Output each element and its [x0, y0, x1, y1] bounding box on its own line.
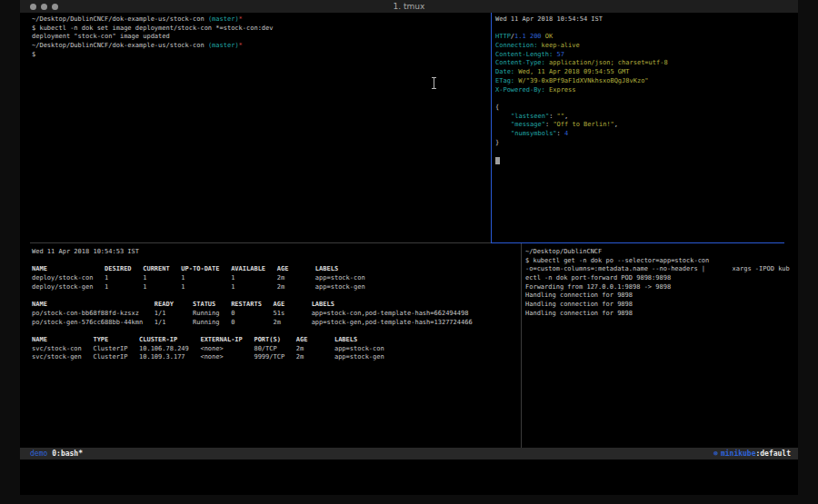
http-header-line: ETag: W/"39-0xBPf9aF1dXVNkhsxoBQgJ8vKzo"	[495, 77, 784, 86]
json-open-brace: {	[495, 104, 784, 113]
zoom-button[interactable]	[52, 4, 58, 10]
pods-table-header: NAME READY STATUS RESTARTS AGE LABELS	[32, 301, 519, 310]
shell-prompt-line: ~/Desktop/DublinCNCF/dok-example-us/stoc…	[32, 15, 490, 25]
window-title: 1. tmux	[20, 0, 798, 13]
mouse-cursor-ibeam	[431, 77, 437, 89]
json-field-line: "numsymbols": 4	[495, 130, 784, 139]
pane-bottom-left-kubectl-watch[interactable]: Wed 11 Apr 2018 10:54:53 IST NAME DESIRE…	[32, 248, 519, 362]
shell-prompt-line: ~/Desktop/DublinCNCF	[525, 248, 789, 257]
timestamp-line: Wed 11 Apr 2018 10:54:54 IST	[495, 15, 784, 25]
shell-output-line: Handling connection for 9898	[525, 310, 789, 319]
tmux-session-name: demo	[30, 450, 47, 458]
shell-command-line: $ kubectl get -n dok po --selector=app=s…	[525, 257, 789, 266]
git-branch: (master)	[208, 15, 239, 23]
table-row: po/stock-con-bb68f88fd-kzsxz 1/1 Running…	[32, 310, 519, 319]
kube-namespace: :default	[755, 450, 791, 458]
git-branch: (master)	[208, 42, 239, 49]
git-dirty-flag: *	[239, 42, 243, 49]
pane-top-left-shell[interactable]: ~/Desktop/DublinCNCF/dok-example-us/stoc…	[32, 15, 490, 59]
terminal-window: 1. tmux ~/Desktop/DublinCNCF/dok-example…	[20, 0, 798, 495]
json-field-line: "message": "Off to Berlin!",	[495, 121, 784, 130]
shell-command-line: ectl -n dok port-forward POD 9898:9898	[525, 274, 789, 283]
shell-output-line: Handling connection for 9898	[525, 292, 789, 301]
timestamp-line: Wed 11 Apr 2018 10:54:53 IST	[32, 248, 519, 257]
pane-border-horizontal-right-active[interactable]	[491, 242, 784, 243]
terminal-content: ~/Desktop/DublinCNCF/dok-example-us/stoc…	[20, 13, 798, 448]
table-row: svc/stock-con ClusterIP 10.106.78.249 <n…	[32, 345, 519, 354]
tmux-status-bar: demo 0:bash* ⊛ minikube :default	[20, 448, 798, 460]
json-field-line: "lastseen": "",	[495, 113, 784, 122]
terminal-cursor	[495, 157, 500, 164]
pane-border-vertical-top-active[interactable]	[491, 13, 492, 242]
window-titlebar: 1. tmux	[20, 0, 798, 13]
shell-output-line: Handling connection for 9898	[525, 301, 789, 310]
tmux-window-tab[interactable]: 0:bash*	[52, 450, 83, 458]
json-close-brace: }	[495, 139, 784, 148]
http-header-line: Content-Length: 57	[495, 51, 784, 60]
status-bar-right: ⊛ minikube :default	[713, 450, 791, 458]
kubernetes-icon: ⊛	[713, 450, 718, 458]
http-status-line: HTTP/1.1 200 OK	[495, 33, 784, 42]
status-bar-left: demo 0:bash*	[30, 450, 83, 458]
pane-border-vertical-bottom[interactable]	[521, 243, 522, 459]
http-header-line: Connection: keep-alive	[495, 42, 784, 51]
minimize-button[interactable]	[41, 4, 47, 10]
kube-context: minikube	[721, 450, 756, 458]
http-header-line: X-Powered-By: Express	[495, 86, 784, 95]
pane-bottom-right-port-forward[interactable]: ~/Desktop/DublinCNCF $ kubectl get -n do…	[525, 248, 789, 319]
deployments-table-header: NAME DESIRED CURRENT UP-TO-DATE AVAILABL…	[32, 265, 519, 274]
shell-command-line: $ kubectl -n dok set image deployment/st…	[32, 25, 490, 34]
services-table-header: NAME TYPE CLUSTER-IP EXTERNAL-IP PORT(S)…	[32, 336, 519, 345]
table-row: deploy/stock-gen 1 1 1 1 2m app=stock-ge…	[32, 283, 519, 292]
screen: 1. tmux ~/Desktop/DublinCNCF/dok-example…	[0, 0, 818, 504]
shell-output-line: Forwarding from 127.0.0.1:9898 -> 9898	[525, 283, 789, 292]
table-row: svc/stock-gen ClusterIP 10.109.3.177 <no…	[32, 353, 519, 362]
http-header-line: Content-Type: application/json; charset=…	[495, 59, 784, 68]
traffic-lights	[30, 4, 58, 10]
http-header-line: Date: Wed, 11 Apr 2018 09:54:55 GMT	[495, 68, 784, 77]
shell-prompt-line: ~/Desktop/DublinCNCF/dok-example-us/stoc…	[32, 42, 490, 51]
shell-prompt-line: $	[32, 51, 490, 60]
close-button[interactable]	[30, 4, 36, 10]
pane-top-right-http-response[interactable]: Wed 11 Apr 2018 10:54:54 IST HTTP/1.1 20…	[495, 15, 784, 156]
pane-border-horizontal-left[interactable]	[30, 242, 491, 243]
table-row: po/stock-gen-576cc688bb-44kmn 1/1 Runnin…	[32, 319, 519, 328]
shell-output-line: deployment "stock-con" image updated	[32, 33, 490, 42]
table-row: deploy/stock-con 1 1 1 1 2m app=stock-co…	[32, 274, 519, 283]
shell-command-line: -o=custom-columns=:metadata.name --no-he…	[525, 265, 789, 274]
git-dirty-flag: *	[239, 15, 243, 23]
